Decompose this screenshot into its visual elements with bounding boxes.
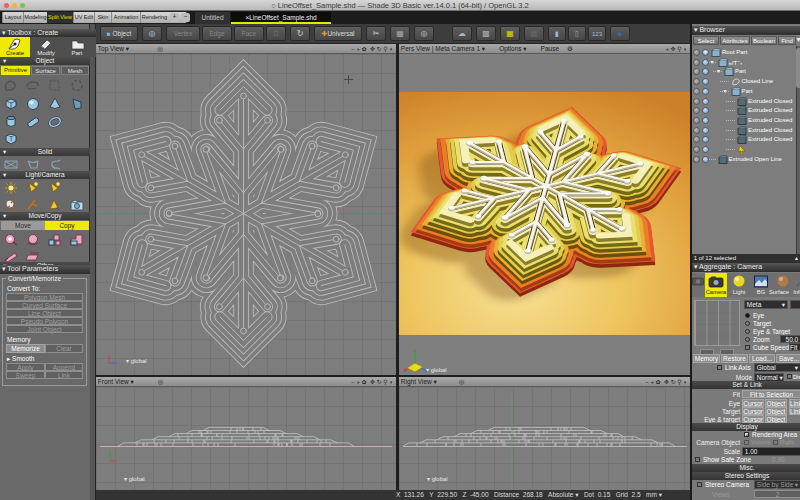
svg-text:T: T — [9, 135, 14, 142]
